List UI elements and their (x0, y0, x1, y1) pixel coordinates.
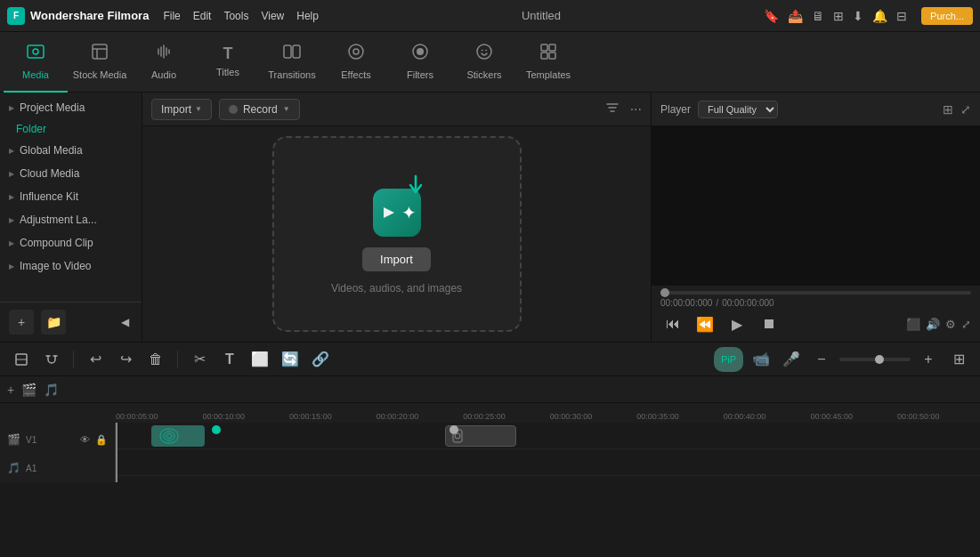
magnet-button[interactable] (39, 347, 64, 372)
menu-file[interactable]: File (163, 10, 180, 22)
templates-icon (539, 42, 558, 66)
timeline-video-icon[interactable]: 🎬 (21, 383, 36, 397)
sidebar-compound-clip-label: Compound Clip (20, 237, 93, 249)
toolbar-item-stock-media[interactable]: Stock Media (68, 32, 132, 93)
menu-view[interactable]: View (261, 10, 284, 22)
timeline-add-track-button[interactable]: + (7, 383, 14, 397)
toolbar-item-filters[interactable]: Filters (388, 32, 452, 93)
record-button[interactable]: Record ▼ (219, 99, 300, 120)
toolbar-item-audio[interactable]: Audio (132, 32, 196, 93)
toolbar-item-transitions[interactable]: Transitions (260, 32, 324, 93)
player-play-button[interactable]: ▶ (725, 311, 749, 336)
delete-button[interactable]: 🗑 (143, 347, 168, 372)
clip-fingerprint[interactable] (151, 425, 205, 447)
svg-rect-11 (549, 44, 555, 51)
menu-edit[interactable]: Edit (193, 10, 212, 22)
record-dropdown-arrow: ▼ (283, 105, 290, 113)
player-settings-icon[interactable]: ⚙ (945, 318, 956, 331)
sidebar-add-button[interactable]: + (9, 310, 34, 335)
player-expand-icon[interactable]: ⤢ (961, 318, 971, 331)
svg-rect-4 (293, 45, 300, 58)
zoom-slider[interactable] (839, 358, 911, 361)
player-clip-mode-icon[interactable]: ⬛ (906, 318, 920, 331)
plus-button[interactable]: + (916, 347, 941, 372)
redo-button[interactable]: ↪ (113, 347, 138, 372)
toolbar-item-stickers[interactable]: Stickers (452, 32, 516, 93)
sidebar-item-global-media[interactable]: ▶ Global Media (0, 139, 142, 162)
apps-icon[interactable]: ⊟ (896, 9, 907, 23)
download-icon[interactable]: ⬇ (853, 9, 863, 23)
toolbar-item-media[interactable]: Media (4, 32, 68, 93)
sidebar-collapse-button[interactable]: ◀ (117, 310, 133, 335)
minus-button[interactable]: − (809, 347, 834, 372)
notification-icon[interactable]: 🔔 (872, 9, 887, 23)
sidebar-item-folder[interactable]: Folder (0, 119, 142, 139)
monitor-icon[interactable]: 🖥 (812, 9, 824, 23)
quality-select[interactable]: Full Quality (698, 101, 778, 118)
toolbar-item-effects[interactable]: Effects (324, 32, 388, 93)
player-stop-button[interactable]: ⏹ (757, 311, 782, 336)
sidebar-item-influence-kit[interactable]: ▶ Influence Kit (0, 185, 142, 208)
sidebar-project-media-label: Project Media (20, 101, 85, 114)
grid-view-icon[interactable]: ⊞ (943, 102, 953, 117)
player-step-back-button[interactable]: ⏪ (692, 311, 717, 336)
cut-button[interactable]: ✂ (187, 347, 212, 372)
effects-icon (346, 42, 366, 66)
toolbar-item-templates[interactable]: Templates (516, 32, 580, 93)
zoom-handle[interactable] (875, 355, 884, 364)
transitions-icon (282, 42, 302, 66)
record-screen-icon[interactable]: 📹 (749, 347, 773, 372)
filter-icon[interactable] (605, 101, 620, 117)
menu-help[interactable]: Help (296, 10, 319, 22)
player-skip-back-button[interactable]: ⏮ (660, 311, 685, 336)
timeline-audio-icon[interactable]: 🎵 (44, 383, 59, 397)
text-button[interactable]: T (217, 347, 242, 372)
snap-button[interactable] (9, 347, 34, 372)
ruler-mark-1: 00:00:10:00 (203, 412, 246, 421)
sidebar-item-image-to-video[interactable]: ▶ Image to Video (0, 254, 142, 278)
track-eye-icon[interactable]: 👁 (80, 434, 90, 445)
sidebar-item-project-media[interactable]: ▶ Project Media (0, 96, 142, 119)
import-dropzone[interactable]: Import Videos, audios, and images (272, 136, 522, 332)
crop-button[interactable]: ⬜ (247, 347, 272, 372)
link-button[interactable]: 🔗 (308, 347, 333, 372)
import-button[interactable]: Import ▼ (151, 99, 212, 120)
dropzone-import-button[interactable]: Import (362, 247, 431, 271)
track-lock-icon[interactable]: 🔒 (95, 434, 108, 446)
share-icon[interactable]: 📤 (788, 9, 803, 23)
pip-toggle[interactable]: PiP (714, 347, 743, 372)
sidebar-item-adjustment-layer[interactable]: ▶ Adjustment La... (0, 208, 142, 231)
ruler-label-7: 00:00:40:00 (724, 412, 766, 421)
player-timeline-bar[interactable] (660, 291, 971, 295)
layout-button[interactable]: ⊞ (946, 347, 971, 372)
sidebar-image-to-video-label: Image to Video (20, 260, 92, 272)
menubar-right-icons: 🔖 📤 🖥 ⊞ ⬇ 🔔 ⊟ (764, 9, 907, 23)
toolbar-effects-label: Effects (341, 69, 370, 80)
sidebar-item-compound-clip[interactable]: ▶ Compound Clip (0, 231, 142, 254)
player-audio-icon[interactable]: 🔊 (926, 318, 940, 331)
player-timeline-handle[interactable] (660, 288, 669, 297)
more-options-icon[interactable]: ··· (630, 101, 642, 117)
sidebar-item-cloud-media[interactable]: ▶ Cloud Media (0, 162, 142, 185)
fullscreen-icon[interactable]: ⤢ (960, 102, 971, 117)
menu-tools[interactable]: Tools (223, 10, 248, 22)
microphone-icon[interactable]: 🎤 (779, 347, 804, 372)
grid-icon[interactable]: ⊞ (833, 9, 844, 23)
dropzone-area: Import Videos, audios, and images (142, 126, 651, 342)
undo-button[interactable]: ↩ (83, 347, 108, 372)
sidebar-bottom-controls: + 📁 ◀ (0, 302, 142, 342)
svg-point-16 (455, 433, 460, 439)
content-toolbar: Import ▼ Record ▼ ··· (142, 93, 651, 126)
clip-teal-dot (212, 425, 221, 434)
toolbar-stickers-label: Stickers (466, 69, 501, 80)
ruler-label-6: 00:00:35:00 (636, 412, 679, 421)
sidebar-folder-button[interactable]: 📁 (41, 310, 66, 335)
speed-button[interactable]: 🔄 (278, 347, 303, 372)
toolbar-item-titles[interactable]: T Titles (196, 32, 260, 93)
sidebar-global-media-label: Global Media (20, 144, 83, 157)
svg-point-9 (477, 44, 491, 59)
bookmark-icon[interactable]: 🔖 (764, 9, 779, 23)
ruler-label-5: 00:00:30:00 (550, 412, 593, 421)
timeline: + 🎬 🎵 00:00:05:00 00:00:10:00 00:00:15:0… (0, 375, 980, 482)
purchase-button[interactable]: Purch... (921, 7, 973, 25)
